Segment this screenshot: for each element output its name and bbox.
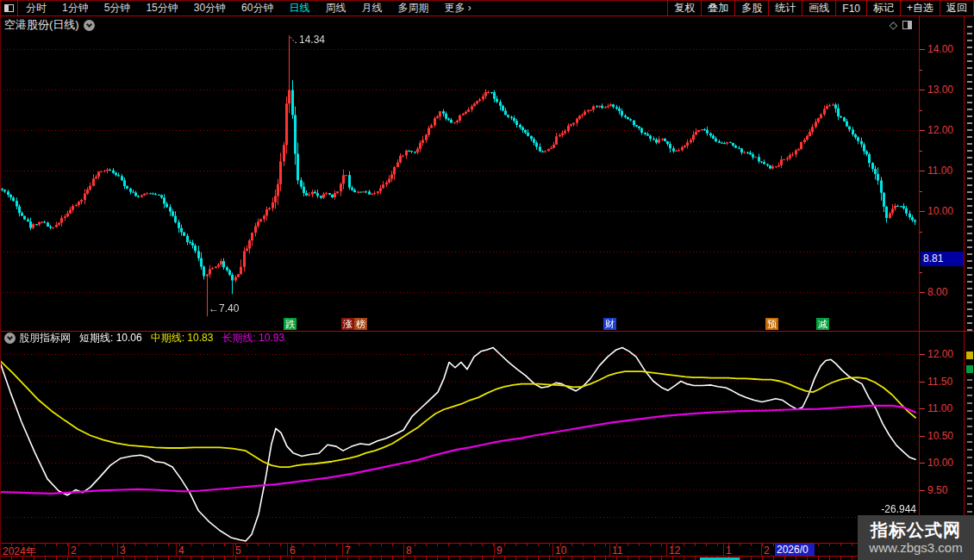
time-label-5: 5 bbox=[235, 544, 241, 557]
toolbar-button-8[interactable]: +自选 bbox=[900, 1, 940, 16]
indicator-chevron-icon[interactable] bbox=[4, 333, 16, 344]
high-price-label: 14.34 bbox=[299, 34, 325, 46]
strip-yellow-mark bbox=[966, 352, 973, 359]
page-title: 空港股份(日线) bbox=[0, 17, 79, 33]
menu-item-4[interactable]: 15分钟 bbox=[138, 1, 185, 16]
time-label-4: 4 bbox=[178, 544, 184, 557]
event-badge-跌[interactable]: 跌 bbox=[284, 318, 297, 330]
watermark: 指标公式网 www.zbgs3.com bbox=[858, 515, 974, 560]
toolbar-button-9[interactable]: 返回 bbox=[940, 1, 974, 16]
month-separator bbox=[68, 544, 69, 556]
menu-item-8[interactable]: 周线 bbox=[317, 1, 353, 16]
month-separator bbox=[176, 544, 177, 556]
main-axis-label-12.00: 12.00 bbox=[927, 124, 953, 136]
time-label-12: 12 bbox=[669, 544, 680, 557]
ind-axis-label-9.50: 9.50 bbox=[927, 484, 947, 496]
diamond-icon[interactable]: ◇ bbox=[890, 20, 897, 30]
axis-tick bbox=[920, 70, 922, 71]
time-label-2: 2 bbox=[71, 544, 77, 557]
ind-axis-label-12.00: 12.00 bbox=[927, 348, 953, 360]
menu-item-3[interactable]: 5分钟 bbox=[97, 1, 139, 16]
time-label-8: 8 bbox=[406, 544, 412, 557]
axis-tick bbox=[920, 490, 925, 491]
separator-indicator-timeline bbox=[0, 543, 974, 544]
indicator-legend-3: 长期线: 10.93 bbox=[222, 331, 284, 345]
menu-item-5[interactable]: 30分钟 bbox=[186, 1, 234, 16]
axis-tick bbox=[920, 191, 922, 192]
low-price-label: ←7.40 bbox=[209, 302, 239, 314]
indicator-chart[interactable] bbox=[0, 345, 919, 543]
event-badge-涨[interactable]: 涨 bbox=[341, 318, 354, 330]
month-separator bbox=[342, 544, 343, 556]
menu-item-6[interactable]: 60分钟 bbox=[234, 1, 281, 16]
menu-item-2[interactable]: 1分钟 bbox=[54, 1, 97, 16]
month-separator bbox=[609, 544, 610, 556]
month-separator bbox=[287, 544, 288, 556]
axis-tick bbox=[920, 292, 925, 293]
indicator-legend: 短期线: 10.06中期线: 10.83长期线: 10.93 bbox=[79, 331, 293, 345]
app-window: 分时1分钟5分钟15分钟30分钟60分钟日线周线月线多周期更多 › 复权叠加多股… bbox=[0, 0, 974, 560]
month-separator bbox=[553, 544, 553, 556]
main-axis-label-8.00: 8.00 bbox=[927, 286, 947, 298]
indicator-value-label: -26.944 bbox=[840, 503, 916, 515]
menu-item-10[interactable]: 多周期 bbox=[390, 1, 436, 16]
ind-axis-label-10.50: 10.50 bbox=[927, 430, 953, 442]
watermark-url: www.zbgs3.com bbox=[869, 540, 962, 556]
axis-tick bbox=[920, 463, 925, 464]
time-label-6: 6 bbox=[290, 544, 296, 557]
toolbar-button-4[interactable]: 统计 bbox=[768, 1, 802, 16]
time-label-9: 9 bbox=[496, 544, 503, 557]
event-badge-减[interactable]: 减 bbox=[816, 318, 829, 330]
separator-main-indicator bbox=[0, 331, 974, 332]
separator-timeline-bottom bbox=[0, 556, 974, 557]
pane-icon[interactable] bbox=[902, 21, 912, 29]
time-label-3: 3 bbox=[120, 544, 126, 557]
window-split-icon[interactable] bbox=[0, 1, 18, 16]
month-separator bbox=[761, 544, 762, 556]
menu-left: 分时1分钟5分钟15分钟30分钟60分钟日线周线月线多周期更多 › bbox=[0, 1, 479, 16]
axis-tick bbox=[920, 382, 925, 383]
top-menu-bar: 分时1分钟5分钟15分钟30分钟60分钟日线周线月线多周期更多 › 复权叠加多股… bbox=[0, 0, 974, 16]
time-label-7: 7 bbox=[345, 544, 351, 557]
time-axis: 2026/0 2024年2345678910111212 bbox=[0, 544, 919, 556]
event-badge-财[interactable]: 财 bbox=[603, 318, 616, 330]
menu-item-11[interactable]: 更多 › bbox=[436, 1, 478, 16]
toolbar-button-3[interactable]: 多股 bbox=[734, 1, 768, 16]
toolbar-button-6[interactable]: F10 bbox=[835, 1, 866, 16]
axis-tick bbox=[920, 110, 922, 111]
ind-axis-label-11.50: 11.50 bbox=[927, 376, 952, 388]
menu-item-7[interactable]: 日线 bbox=[281, 1, 317, 16]
toolbar-button-5[interactable]: 画线 bbox=[802, 1, 835, 16]
chevron-down-icon[interactable] bbox=[84, 20, 95, 31]
menu-item-9[interactable]: 月线 bbox=[353, 1, 390, 16]
month-separator bbox=[666, 544, 667, 556]
indicator-header: 股朋指标网 短期线: 10.06中期线: 10.83长期线: 10.93 bbox=[0, 332, 919, 345]
axis-border-line bbox=[919, 16, 920, 556]
axis-tick bbox=[920, 272, 922, 273]
time-label-2: 2 bbox=[764, 544, 770, 557]
right-side-strip[interactable] bbox=[964, 0, 974, 560]
month-separator bbox=[403, 544, 404, 556]
month-separator bbox=[117, 544, 118, 556]
title-icons: ◇ bbox=[890, 20, 919, 30]
month-separator bbox=[494, 544, 495, 556]
candlestick-chart[interactable] bbox=[0, 33, 919, 331]
axis-tick bbox=[920, 171, 925, 171]
last-date-box: 2026/0 bbox=[775, 544, 815, 556]
toolbar-button-1[interactable]: 复权 bbox=[667, 1, 701, 16]
toolbar-button-7[interactable]: 标记 bbox=[866, 1, 900, 16]
indicator-legend-2: 中期线: 10.83 bbox=[151, 331, 214, 345]
next-pane-ticks bbox=[0, 557, 919, 560]
event-badge-榜[interactable]: 榜 bbox=[354, 318, 367, 330]
event-badge-预[interactable]: 预 bbox=[765, 318, 778, 330]
axis-tick bbox=[920, 211, 925, 212]
indicator-source: 股朋指标网 bbox=[19, 331, 71, 345]
axis-tick bbox=[920, 151, 922, 152]
month-separator bbox=[233, 544, 234, 556]
toolbar-button-2[interactable]: 叠加 bbox=[701, 1, 734, 16]
time-label-11: 11 bbox=[612, 544, 622, 557]
split-pane-icon bbox=[4, 4, 14, 12]
ind-axis-label-10.00: 10.00 bbox=[927, 457, 953, 469]
menu-item-1[interactable]: 分时 bbox=[18, 1, 54, 16]
main-axis-label-14.00: 14.00 bbox=[927, 43, 953, 55]
